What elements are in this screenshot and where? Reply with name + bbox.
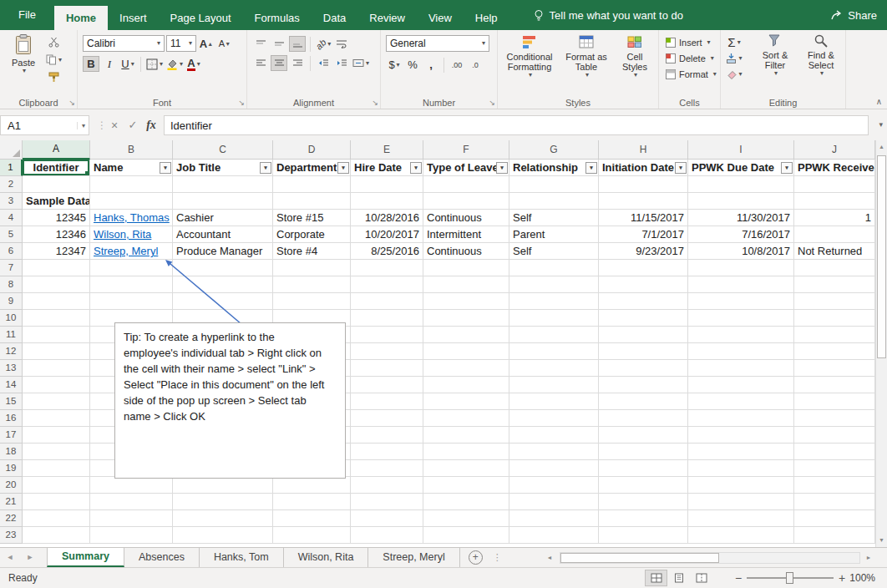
row-header-2[interactable]: 2 [0,176,23,193]
cell-F23[interactable] [423,527,509,544]
cell-E1[interactable]: Hire Date▾ [351,160,423,176]
cell-D9[interactable] [273,293,351,310]
column-header-A[interactable]: A [23,140,90,160]
vertical-scrollbar[interactable]: ▲ ▼ [875,140,887,547]
format-painter-button[interactable] [45,69,63,85]
sheet-tab-absences[interactable]: Absences [124,548,200,567]
cell-H18[interactable] [599,444,688,460]
cell-F5[interactable]: Intermittent [423,226,509,243]
cell-E19[interactable] [351,460,423,477]
cell-J1[interactable]: PPWK Received [794,160,875,176]
formula-bar-expand-icon[interactable]: ▾ [879,120,883,129]
cell-E5[interactable]: 10/20/2017 [351,226,423,243]
cell-A16[interactable] [23,410,90,427]
alignment-dialog-launcher[interactable]: ↘ [372,99,378,107]
align-middle-button[interactable] [271,36,287,52]
cell-C21[interactable] [173,494,273,510]
zoom-level[interactable]: 100% [849,568,875,588]
horizontal-scrollbar-thumb[interactable] [560,553,719,563]
decrease-decimal-button[interactable]: .0 [467,57,484,73]
row-header-4[interactable]: 4 [0,210,23,226]
cell-A4[interactable]: 12345 [23,210,90,226]
percent-button[interactable]: % [404,57,421,73]
column-header-E[interactable]: E [351,140,423,160]
cell-E2[interactable] [351,176,423,193]
merge-center-button[interactable]: ▾ [352,55,370,71]
cell-G19[interactable] [509,460,599,477]
number-format-combo[interactable]: General ▾ [386,35,489,52]
page-break-view-button[interactable] [690,570,712,586]
format-cells-button[interactable]: Format ▾ [659,66,720,82]
cell-F13[interactable] [423,360,509,377]
number-dialog-launcher[interactable]: ↘ [489,99,495,107]
orientation-button[interactable]: ab▾ [315,36,332,52]
cell-A8[interactable] [23,276,90,293]
column-header-I[interactable]: I [688,140,794,160]
cell-A18[interactable] [23,444,90,460]
row-header-23[interactable]: 23 [0,527,23,544]
cell-D22[interactable] [273,510,351,527]
row-header-15[interactable]: 15 [0,393,23,410]
cell-I10[interactable] [688,310,794,327]
cell-E20[interactable] [351,477,423,494]
row-header-11[interactable]: 11 [0,327,23,343]
cell-H9[interactable] [599,293,688,310]
ribbon-tab-data[interactable]: Data [312,6,357,30]
cell-I15[interactable] [688,393,794,410]
cell-J12[interactable] [794,343,875,360]
cell-A10[interactable] [23,310,90,327]
decrease-indent-button[interactable] [315,55,332,71]
comma-button[interactable]: , [423,57,439,73]
cell-I17[interactable] [688,427,794,444]
zoom-slider-thumb[interactable] [786,572,793,584]
cell-I18[interactable] [688,444,794,460]
scroll-right-button[interactable]: ► [862,551,875,565]
cell-F10[interactable] [423,310,509,327]
cell-E18[interactable] [351,444,423,460]
cell-I22[interactable] [688,510,794,527]
row-header-8[interactable]: 8 [0,276,23,293]
cell-A9[interactable] [23,293,90,310]
filter-dropdown-F[interactable]: ▾ [496,162,508,174]
ribbon-tab-help[interactable]: Help [464,6,509,30]
cell-B4[interactable]: Hanks, Thomas [90,210,173,226]
cell-H12[interactable] [599,343,688,360]
scroll-down-button[interactable]: ▼ [876,534,887,547]
fill-color-button[interactable]: ▾ [165,56,184,72]
cell-G6[interactable]: Self [509,243,599,260]
cell-F11[interactable] [423,327,509,343]
cell-A23[interactable] [23,527,90,544]
font-name-combo[interactable]: Calibri ▾ [83,35,165,52]
cell-A2[interactable] [23,176,90,193]
filter-dropdown-G[interactable]: ▾ [585,162,597,174]
cell-G12[interactable] [509,343,599,360]
cell-G10[interactable] [509,310,599,327]
cell-J18[interactable] [794,444,875,460]
cell-F1[interactable]: Type of Leave▾ [423,160,509,176]
cell-J13[interactable] [794,360,875,377]
cell-G17[interactable] [509,427,599,444]
cell-G13[interactable] [509,360,599,377]
scroll-up-button[interactable]: ▲ [876,140,887,154]
cell-H15[interactable] [599,393,688,410]
currency-button[interactable]: $▾ [386,57,403,73]
cell-J4[interactable]: 1 [794,210,875,226]
cell-C4[interactable]: Cashier [173,210,273,226]
cell-E16[interactable] [351,410,423,427]
cell-G18[interactable] [509,444,599,460]
cell-J22[interactable] [794,510,875,527]
row-header-20[interactable]: 20 [0,477,23,494]
employee-link[interactable]: Hanks, Thomas [94,211,170,224]
row-header-6[interactable]: 6 [0,243,23,260]
cell-A13[interactable] [23,360,90,377]
cell-B22[interactable] [90,510,173,527]
increase-decimal-button[interactable]: .00 [449,57,465,73]
cell-E11[interactable] [351,327,423,343]
vertical-scrollbar-thumb[interactable] [877,155,886,358]
cell-J21[interactable] [794,494,875,510]
cell-H23[interactable] [599,527,688,544]
increase-indent-button[interactable] [333,55,350,71]
cell-D3[interactable] [273,193,351,210]
sheet-tab-summary[interactable]: Summary [47,548,124,567]
cell-F7[interactable] [423,260,509,276]
